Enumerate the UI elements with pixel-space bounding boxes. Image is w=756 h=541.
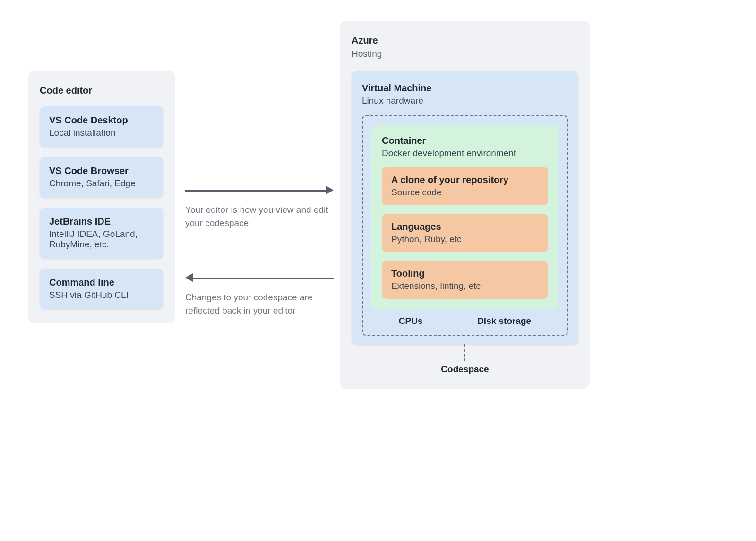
card-sub: Chrome, Safari, Edge — [49, 178, 154, 189]
editor-card-cli: Command line SSH via GitHub CLI — [40, 269, 163, 309]
item-title: A clone of your repository — [391, 175, 539, 185]
arrow-right — [185, 184, 334, 197]
cpu-label: CPUs — [399, 316, 423, 326]
codespace-dashed-box: Container Docker development environment… — [362, 115, 568, 336]
disk-label: Disk storage — [477, 316, 531, 326]
item-title: Languages — [391, 221, 539, 232]
codespace-connector — [464, 344, 465, 361]
item-sub: Source code — [391, 187, 539, 198]
arrow-head-right-icon — [326, 186, 334, 194]
card-sub: Local installation — [49, 128, 154, 138]
vm-sub: Linux hardware — [362, 96, 568, 106]
container-box: Container Docker development environment… — [371, 125, 558, 309]
azure-panel: Azure Hosting Virtual Machine Linux hard… — [340, 21, 590, 389]
card-sub: IntelliJ IDEA, GoLand, RubyMine, etc. — [49, 229, 154, 250]
card-title: Command line — [49, 277, 154, 288]
card-title: VS Code Desktop — [49, 115, 154, 126]
container-item-repo: A clone of your repository Source code — [382, 167, 548, 205]
item-title: Tooling — [391, 268, 539, 279]
vm-title: Virtual Machine — [362, 83, 568, 94]
container-title: Container — [382, 135, 548, 146]
azure-title: Azure — [352, 35, 578, 46]
card-title: JetBrains IDE — [49, 216, 154, 227]
arrow-line — [185, 190, 327, 192]
item-sub: Python, Ruby, etc — [391, 234, 539, 244]
container-sub: Docker development environment — [382, 148, 548, 158]
item-sub: Extensions, linting, etc — [391, 281, 539, 291]
vm-resources: CPUs Disk storage — [371, 316, 558, 326]
editor-card-jetbrains: JetBrains IDE IntelliJ IDEA, GoLand, Rub… — [40, 208, 163, 258]
arrows-panel: Your editor is how you view and edit you… — [185, 184, 334, 317]
editor-card-vscode-desktop: VS Code Desktop Local installation — [40, 106, 163, 147]
codespace-label: Codespace — [352, 364, 578, 375]
container-item-languages: Languages Python, Ruby, etc — [382, 214, 548, 252]
code-editor-panel: Code editor VS Code Desktop Local instal… — [28, 71, 175, 323]
vm-box: Virtual Machine Linux hardware Container… — [352, 71, 578, 344]
card-title: VS Code Browser — [49, 166, 154, 176]
editor-card-vscode-browser: VS Code Browser Chrome, Safari, Edge — [40, 157, 163, 197]
arrow-left — [185, 272, 334, 284]
arrow-left-caption: Changes to your codespace are reflected … — [185, 291, 334, 317]
container-item-tooling: Tooling Extensions, linting, etc — [382, 261, 548, 299]
arrow-right-caption: Your editor is how you view and edit you… — [185, 203, 334, 229]
code-editor-title: Code editor — [40, 85, 163, 96]
arrow-line — [192, 278, 334, 279]
azure-sub: Hosting — [352, 49, 578, 59]
card-sub: SSH via GitHub CLI — [49, 290, 154, 300]
